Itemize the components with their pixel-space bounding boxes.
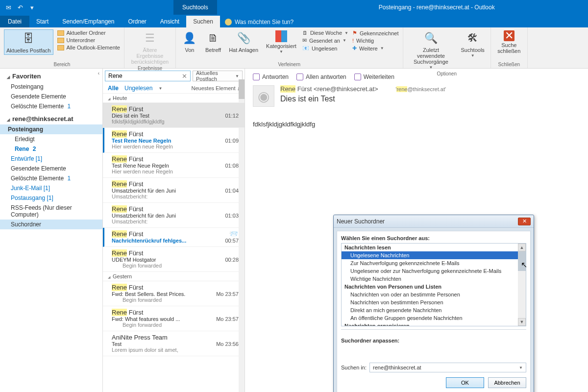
refine-important[interactable]: !Wichtig — [352, 37, 399, 44]
search-in-combo[interactable]: rene@thinksecret.at▼ — [369, 363, 526, 372]
list-option[interactable]: Ungelesene oder zur Nachverfolgung geken… — [342, 267, 526, 275]
nav-done[interactable]: Erledigt — [0, 134, 102, 144]
nav-rss[interactable]: RSS-Feeds (Nur dieser Computer) — [0, 203, 102, 220]
filter-unread[interactable]: Ungelesen — [124, 85, 152, 92]
list-option[interactable]: Direkt an mich gesendete Nachrichten — [342, 306, 526, 314]
nav-fav-sent[interactable]: Gesendete Elemente — [0, 92, 102, 101]
message-item[interactable]: Rene Fürst Dies ist ein Test01:12 fdklsf… — [103, 103, 245, 128]
search-scope-dropdown[interactable]: Aktuelles Postfach▼ — [193, 71, 243, 81]
from-rest: Fürst — [127, 180, 143, 188]
scope-subfolders[interactable]: Unterordner — [57, 37, 120, 44]
cancel-button[interactable]: Abbrechen — [488, 377, 526, 388]
dialog-titlebar[interactable]: Neuer Suchordner ✕ — [334, 215, 534, 228]
refine-has-attachment[interactable]: 📎Hat Anlagen — [227, 29, 260, 54]
list-option[interactable]: Nachrichten von bestimmten Personen — [342, 298, 526, 306]
preview: Umsatzbericht: — [112, 194, 239, 199]
message-item[interactable]: Rene Fürst Test Rene Neue Regeln01:08 Hi… — [103, 153, 245, 178]
tab-view[interactable]: Ansicht — [153, 16, 186, 27]
close-search[interactable]: ✕Suche schließen — [495, 29, 523, 55]
refine-this-week[interactable]: 🗓Diese Woche▼ — [302, 29, 348, 36]
message-item[interactable]: Rene Fürst Umsatzbericht für den Juni01:… — [103, 178, 245, 203]
preview: Umsatzbericht: — [112, 219, 239, 224]
search-folder-listbox[interactable]: Nachrichten lesen Ungelesene Nachrichten… — [341, 243, 526, 326]
label: Diese Woche — [310, 30, 342, 36]
from-highlight: Rene — [280, 85, 295, 93]
forward-button[interactable]: Weiterleiten — [354, 74, 394, 80]
tab-file[interactable]: Datei — [0, 16, 29, 27]
filter-all[interactable]: Alle — [108, 85, 119, 92]
scroll-up-icon[interactable]: ▲ — [518, 244, 526, 251]
refine-more[interactable]: ✚Weitere▼ — [352, 45, 399, 52]
mail-icon: ✉ — [302, 37, 307, 44]
list-option[interactable]: Nachrichten von oder an bestimmte Person… — [342, 291, 526, 298]
nav-rene[interactable]: Rene 2 — [0, 144, 102, 154]
nav-junk[interactable]: Junk-E-Mail [1] — [0, 183, 102, 193]
scroll-thumb[interactable] — [239, 79, 245, 99]
list-option[interactable]: Zur Nachverfolgung gekennzeichnete E-Mai… — [342, 259, 526, 267]
refine-from[interactable]: 👤Von — [180, 29, 199, 54]
group-yesterday[interactable]: Gestern — [103, 272, 245, 281]
qat-more-icon[interactable]: ▾ — [27, 3, 36, 12]
tab-send-receive[interactable]: Senden/Empfangen — [55, 16, 121, 27]
qat-undo-icon[interactable]: ↶ — [16, 3, 24, 12]
search-box[interactable]: ✕ — [105, 71, 191, 81]
tab-folder[interactable]: Ordner — [121, 16, 153, 27]
search-tools[interactable]: 🛠Suchtools▼ — [459, 29, 487, 59]
message-item[interactable]: AniNite Press Team TestMo 23:56 Lorem ip… — [103, 331, 245, 356]
list-category: Nachrichten organisieren — [342, 322, 526, 326]
message-item[interactable]: Rene Fürst Fwd: What features would ...M… — [103, 306, 245, 331]
group-today[interactable]: Heute — [103, 94, 245, 103]
ok-button[interactable]: OK — [446, 377, 484, 388]
from-highlight: Rene — [112, 230, 127, 238]
label: Weitere — [359, 46, 378, 51]
nav-searchfolders[interactable]: Suchordner — [0, 220, 102, 229]
from-rest: Fürst — [127, 249, 143, 257]
qat-mail-icon[interactable]: ✉ — [4, 3, 13, 12]
nav-drafts[interactable]: Entwürfe [1] — [0, 154, 102, 164]
favorites-header[interactable]: Favoriten — [0, 69, 102, 82]
scope-current-mailbox[interactable]: 🗄 Aktuelles Postfach — [4, 29, 53, 55]
message-item[interactable]: Rene Fürst UDEYM Hostgator00:28 Begin fo… — [103, 247, 245, 272]
message-item[interactable]: Rene Fürst Test Rene Neue Regeln01:09 Hi… — [103, 128, 245, 153]
collapse-nav-icon[interactable]: ‹ — [98, 71, 99, 76]
list-option[interactable]: An öffentliche Gruppen gesendete Nachric… — [342, 314, 526, 322]
nav-sent[interactable]: Gesendete Elemente — [0, 164, 102, 173]
row-label: Alle Outlook-Elemente — [67, 45, 120, 50]
reply-all-button[interactable]: Allen antworten — [296, 74, 346, 80]
nav-fav-inbox[interactable]: Posteingang — [0, 82, 102, 92]
sort-dropdown[interactable]: Neuestes Element ↓ — [192, 85, 240, 91]
subject: Fwd: What features would ... — [112, 316, 180, 322]
list-option[interactable]: Ungelesene Nachrichten — [342, 251, 526, 259]
nav-fav-deleted[interactable]: Gelöschte Elemente 1 — [0, 101, 102, 111]
count: 1 — [67, 175, 71, 182]
clear-search-icon[interactable]: ✕ — [182, 73, 187, 80]
message-item[interactable]: Rene Fürst Fwd: Best Sellers. Best Price… — [103, 281, 245, 306]
tab-search[interactable]: Suchen — [186, 16, 220, 27]
account-header[interactable]: rene@thinksecret.at — [0, 111, 102, 124]
refine-unread[interactable]: 📧Ungelesen — [302, 45, 348, 52]
search-icon: 🔍 — [423, 30, 439, 46]
scroll-down-icon[interactable]: ▼ — [518, 318, 526, 326]
refine-flagged[interactable]: ⚑Gekennzeichnet — [352, 29, 399, 37]
refine-categorized[interactable]: Kategorisiert▼ — [264, 29, 298, 55]
label: Weiterleiten — [364, 74, 394, 80]
reply-button[interactable]: Antworten — [253, 74, 289, 80]
tab-start[interactable]: Start — [29, 16, 55, 27]
nav-deleted[interactable]: Gelöschte Elemente 1 — [0, 173, 102, 183]
list-option[interactable]: Wichtige Nachrichten — [342, 275, 526, 283]
nav-inbox[interactable]: Posteingang — [0, 124, 102, 134]
refine-subject[interactable]: 🗎Betreff — [203, 29, 223, 54]
tell-me[interactable]: Was möchten Sie tun? — [220, 17, 298, 27]
message-item[interactable]: 📨 Rene Fürst Nachrichtenrückruf fehlges.… — [103, 228, 245, 247]
message-item[interactable]: Rene Fürst Umsatzbericht für den Juni01:… — [103, 203, 245, 228]
search-input[interactable] — [108, 73, 182, 79]
recent-searches[interactable]: 🔍Zuletzt verwendete Suchvorgänge▼ — [407, 29, 455, 71]
from-highlight: Rene — [112, 130, 127, 138]
nav-outbox[interactable]: Postausgang [1] — [0, 193, 102, 203]
label: Zuletzt verwendete Suchvorgänge — [409, 47, 453, 65]
dialog-close-button[interactable]: ✕ — [518, 218, 531, 225]
scope-all-outlook[interactable]: Alle Outlook-Elemente — [57, 44, 120, 51]
listbox-scrollbar[interactable]: ▲ ▼ — [518, 244, 526, 326]
refine-sent-to[interactable]: ✉Gesendet an▼ — [302, 37, 348, 44]
scope-current-folder[interactable]: Aktueller Ordner — [57, 29, 120, 36]
